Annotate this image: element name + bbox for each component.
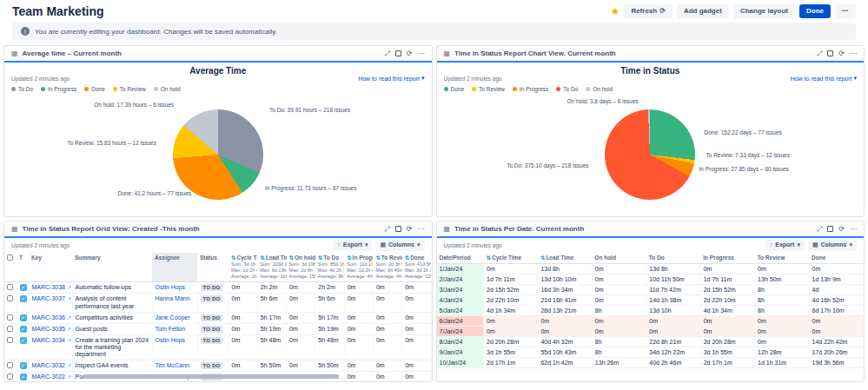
sort-icon[interactable]: ⇅ — [231, 254, 235, 261]
expand-icon[interactable]: ⤢ — [817, 50, 822, 57]
assignee-link[interactable]: Tom Felton — [156, 326, 186, 332]
export-button[interactable]: ↑ Export ▾ — [333, 240, 372, 250]
cell-to_do: 5h 17m — [315, 312, 344, 323]
sort-icon[interactable]: ⇅ — [318, 254, 322, 261]
issue-key-link[interactable]: MARC-3038 — [32, 284, 66, 290]
external-link-icon[interactable]: ↗ — [67, 374, 71, 380]
row-checkbox[interactable] — [7, 326, 13, 332]
col-header-to_review[interactable]: ⇅To ReviewSum: 2d 3h 58mMax: 9h 40mAvera… — [373, 253, 401, 282]
sort-icon[interactable]: ⇅ — [347, 254, 351, 261]
sort-icon[interactable]: ⇅ — [540, 254, 545, 261]
fullscreen-icon[interactable] — [827, 226, 833, 232]
sort-icon[interactable]: ⇅ — [375, 254, 380, 261]
col-header-lead_time[interactable]: ⇅Lead TimeSum: 103d 22h 5mMax: 6d 13h 41… — [257, 253, 286, 282]
col-header-in_progress[interactable]: In Progress — [700, 253, 754, 264]
col-header-t[interactable]: T — [17, 253, 29, 282]
col-header-on_hold[interactable]: ⇅On holdSum: 3d 19hMax: 2d 8hAverage: 15… — [287, 253, 315, 282]
col-header-on_hold[interactable]: On hold — [592, 253, 646, 264]
issue-key-link[interactable]: MARC-3022 — [32, 373, 66, 380]
gadget-refresh-icon[interactable]: ⟳ — [407, 226, 413, 233]
gadget-more-icon[interactable]: ⋯ — [418, 50, 425, 57]
col-header-key[interactable]: Key — [29, 253, 72, 282]
issue-key-link[interactable]: MARC-3037 — [32, 295, 66, 301]
sort-icon[interactable]: ⇅ — [487, 254, 491, 261]
assignee-link[interactable]: Hanna Mann — [156, 295, 190, 301]
issue-key-link[interactable]: MARC-3032 — [32, 362, 66, 368]
issue-key-link[interactable]: MARC-3034 — [32, 337, 66, 343]
gadget-refresh-icon[interactable]: ⟳ — [407, 50, 413, 57]
gadget-more-icon[interactable]: ⋯ — [418, 226, 425, 233]
col-header-date[interactable]: Date/Period — [437, 253, 484, 264]
col-header-summary[interactable]: Summary — [72, 253, 152, 282]
pie-slice-label-in-progress: In Progress: 11.73 hours – 67 issues — [265, 185, 356, 191]
sort-icon[interactable]: ⇅ — [289, 254, 294, 261]
date-cell: 3/Jan/24 — [437, 285, 484, 295]
expand-icon[interactable]: ⤢ — [384, 50, 389, 57]
select-all-checkbox[interactable] — [7, 254, 13, 261]
fullscreen-icon[interactable] — [395, 50, 401, 56]
external-link-icon[interactable]: ↗ — [67, 296, 71, 301]
add-gadget-button[interactable]: Add gadget — [677, 4, 729, 18]
col-header-cycle_time[interactable]: ⇅Cycle TimeSum: 3d 1h 15mMax: 1d 2h 4mAv… — [229, 253, 257, 282]
row-checkbox[interactable] — [7, 314, 13, 321]
columns-button[interactable]: ▦ Columns ▾ — [375, 240, 424, 250]
change-layout-button[interactable]: Change layout — [733, 4, 795, 18]
sort-icon[interactable]: ⇅ — [405, 254, 409, 261]
issue-key-link[interactable]: MARC-3036 — [32, 314, 66, 321]
issue-key-link[interactable]: MARC-3035 — [32, 326, 66, 332]
fullscreen-icon[interactable] — [395, 226, 401, 232]
col-header-cycle_time[interactable]: ⇅Cycle Time — [484, 253, 538, 264]
assignee-link[interactable]: Ostin Hops — [156, 337, 186, 343]
row-checkbox[interactable] — [7, 373, 13, 380]
sort-icon[interactable]: ⇅ — [260, 254, 264, 261]
row-checkbox[interactable] — [7, 295, 13, 301]
cell-on_hold: 0m — [287, 282, 315, 294]
gadget-more-icon[interactable]: ⋯ — [850, 226, 857, 233]
gadget-refresh-icon[interactable]: ⟳ — [838, 226, 845, 233]
favorite-star-icon[interactable]: ★ — [611, 6, 620, 17]
col-header-to_do[interactable]: To Do — [646, 253, 700, 264]
row-checkbox[interactable] — [7, 284, 13, 290]
refresh-button[interactable]: Refresh ⟳ — [624, 4, 673, 18]
col-header-to_review[interactable]: To Review — [755, 253, 809, 264]
col-header-done[interactable]: ⇅DoneSum: 41d 5h 2mMax: 3d 1h 11mAverage… — [402, 253, 431, 282]
gadget-refresh-icon[interactable]: ⟳ — [838, 50, 845, 57]
expand-icon[interactable]: ⤢ — [384, 226, 389, 233]
status-badge: TO DO — [201, 326, 223, 333]
col-stats: Sum: 2d 3h 58mMax: 9h 40mAverage: 4h 16m — [375, 261, 399, 280]
gadget-more-icon[interactable]: ⋯ — [850, 50, 857, 57]
fullscreen-icon[interactable] — [827, 50, 833, 56]
legend-label: On hold — [593, 86, 613, 92]
cell-in_progress: 1d 7h 11m — [700, 274, 754, 285]
external-link-icon[interactable]: ↗ — [67, 285, 71, 290]
horizontal-scrollbar[interactable] — [83, 374, 339, 379]
col-stat-line: Max: 1d 2h 40m — [347, 268, 370, 274]
done-button[interactable]: Done — [799, 4, 831, 18]
refresh-button-label: Refresh — [631, 8, 657, 15]
export-button[interactable]: ↑ Export ▾ — [765, 240, 805, 250]
gadget-icon: ▦ — [444, 226, 451, 233]
assignee-link[interactable]: Jane Cooper — [156, 314, 190, 321]
columns-button[interactable]: ▦ Columns ▾ — [808, 240, 857, 250]
col-header-in_progress[interactable]: ⇅In ProgressSum: 11d 17h 6mMax: 1d 2h 40… — [344, 253, 373, 282]
col-header-lead_time[interactable]: ⇅Lead Time — [538, 253, 592, 264]
row-checkbox[interactable] — [7, 362, 13, 368]
more-button[interactable]: ⋯ — [835, 4, 856, 18]
external-link-icon[interactable]: ↗ — [67, 315, 71, 321]
how-to-read-link[interactable]: How to read this report ▾ — [358, 75, 424, 82]
col-header-assignee[interactable]: Assignee — [152, 253, 197, 282]
col-header-to_do[interactable]: ⇅To DoSum: 85d 1h 37mMax: 4d 2h 7mAverag… — [315, 253, 344, 282]
task-type-icon: ✓ — [20, 284, 27, 291]
cell-in_progress: 2d 22h 10m — [700, 295, 754, 306]
col-header-status[interactable]: Status — [197, 253, 229, 282]
external-link-icon[interactable]: ↗ — [67, 338, 71, 343]
assignee-link[interactable]: Ostin Hops — [156, 284, 186, 290]
cell-on_hold: 0m — [287, 323, 315, 334]
col-header-done[interactable]: Done — [809, 253, 863, 264]
row-checkbox[interactable] — [7, 337, 13, 343]
how-to-read-link[interactable]: How to read this report ▾ — [791, 75, 857, 82]
external-link-icon[interactable]: ↗ — [67, 327, 71, 332]
external-link-icon[interactable]: ↗ — [67, 363, 71, 368]
expand-icon[interactable]: ⤢ — [817, 226, 822, 233]
assignee-link[interactable]: Tim McCann — [156, 362, 189, 368]
